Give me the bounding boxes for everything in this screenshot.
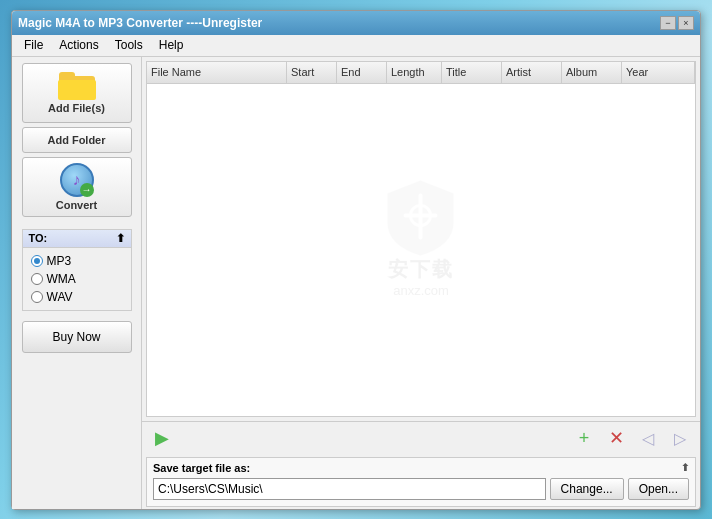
save-section-header: Save target file as: ⬆ <box>153 462 689 474</box>
save-label: Save target file as: <box>153 462 250 474</box>
folder-icon <box>59 72 95 100</box>
add-strip-button[interactable]: + <box>570 426 598 450</box>
svg-point-0 <box>411 206 431 226</box>
minimize-button[interactable]: − <box>660 16 676 30</box>
change-button[interactable]: Change... <box>550 478 624 500</box>
table-header: File Name Start End Length Title Artist … <box>147 62 695 84</box>
menu-actions[interactable]: Actions <box>51 36 106 54</box>
left-panel: Add File(s) Add Folder ♪ → Convert <box>12 57 142 509</box>
remove-strip-icon: ✕ <box>609 427 624 449</box>
add-folder-button[interactable]: Add Folder <box>22 127 132 153</box>
convert-icon: ♪ → <box>58 163 96 197</box>
watermark-chinese-text: 安下载 <box>388 255 454 282</box>
wma-radio-dot[interactable] <box>31 273 43 285</box>
save-collapse-button[interactable]: ⬆ <box>681 462 689 473</box>
save-row: Change... Open... <box>153 478 689 500</box>
close-button[interactable]: × <box>678 16 694 30</box>
toolbar-strip: ▶ + ✕ ◁ ▷ <box>142 421 700 455</box>
remove-strip-button[interactable]: ✕ <box>602 426 630 450</box>
convert-label: Convert <box>56 199 98 211</box>
col-end: End <box>337 62 387 83</box>
wma-label: WMA <box>47 272 76 286</box>
mp3-radio-dot[interactable] <box>31 255 43 267</box>
menu-help[interactable]: Help <box>151 36 192 54</box>
add-files-button[interactable]: Add File(s) <box>22 63 132 123</box>
mp3-label: MP3 <box>47 254 72 268</box>
menu-bar: File Actions Tools Help <box>12 35 700 57</box>
title-bar: Magic M4A to MP3 Converter ----Unregiste… <box>12 11 700 35</box>
move-right-icon: ▷ <box>674 429 686 448</box>
move-right-button[interactable]: ▷ <box>666 426 694 450</box>
to-label: TO: <box>29 232 48 244</box>
menu-file[interactable]: File <box>16 36 51 54</box>
move-left-button[interactable]: ◁ <box>634 426 662 450</box>
col-year: Year <box>622 62 695 83</box>
add-files-label: Add File(s) <box>48 102 105 114</box>
wav-radio-dot[interactable] <box>31 291 43 303</box>
to-section: TO: ⬆ MP3 WMA WAV <box>22 229 132 311</box>
col-title: Title <box>442 62 502 83</box>
watermark-shield-icon <box>384 180 459 255</box>
convert-button[interactable]: ♪ → Convert <box>22 157 132 217</box>
watermark-url: anxz.com <box>393 282 449 297</box>
right-panel: File Name Start End Length Title Artist … <box>142 57 700 509</box>
radio-wav[interactable]: WAV <box>31 290 123 304</box>
to-options: MP3 WMA WAV <box>23 248 131 310</box>
save-path-input[interactable] <box>153 478 546 500</box>
move-left-icon: ◁ <box>642 429 654 448</box>
radio-wma[interactable]: WMA <box>31 272 123 286</box>
menu-tools[interactable]: Tools <box>107 36 151 54</box>
window-title: Magic M4A to MP3 Converter ----Unregiste… <box>18 16 262 30</box>
title-bar-buttons: − × <box>660 16 694 30</box>
buy-now-button[interactable]: Buy Now <box>22 321 132 353</box>
col-length: Length <box>387 62 442 83</box>
play-button[interactable]: ▶ <box>148 426 176 450</box>
play-icon: ▶ <box>155 427 169 449</box>
col-start: Start <box>287 62 337 83</box>
convert-arrow-icon: → <box>80 183 94 197</box>
main-window: Magic M4A to MP3 Converter ----Unregiste… <box>11 10 701 510</box>
file-table: File Name Start End Length Title Artist … <box>146 61 696 417</box>
col-artist: Artist <box>502 62 562 83</box>
watermark: 安下载 anxz.com <box>384 180 459 297</box>
to-collapse-icon[interactable]: ⬆ <box>116 232 125 245</box>
to-header: TO: ⬆ <box>23 230 131 248</box>
open-button[interactable]: Open... <box>628 478 689 500</box>
main-content: Add File(s) Add Folder ♪ → Convert <box>12 57 700 509</box>
wav-label: WAV <box>47 290 73 304</box>
col-album: Album <box>562 62 622 83</box>
add-folder-label: Add Folder <box>47 134 105 146</box>
radio-mp3[interactable]: MP3 <box>31 254 123 268</box>
add-strip-icon: + <box>579 428 590 449</box>
music-note-icon: ♪ <box>73 171 81 189</box>
col-filename: File Name <box>147 62 287 83</box>
save-section: Save target file as: ⬆ Change... Open... <box>146 457 696 507</box>
